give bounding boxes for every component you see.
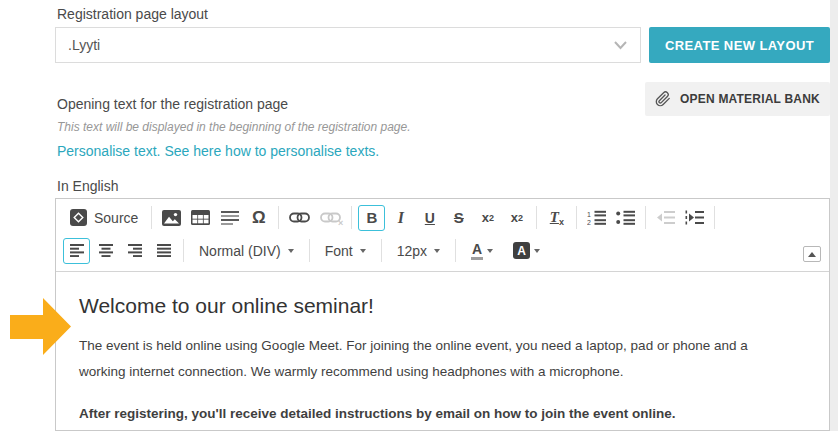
table-icon xyxy=(191,210,210,225)
bullet-list-icon xyxy=(616,210,635,226)
editor-content-area[interactable]: Welcome to our online seminar! The event… xyxy=(56,272,829,424)
font-size-dropdown[interactable]: 12px xyxy=(388,238,449,264)
outdent-icon xyxy=(656,210,675,225)
special-char-button[interactable]: Ω xyxy=(245,205,272,231)
layout-select-value: .Lyyti xyxy=(68,37,100,53)
link-icon xyxy=(289,212,310,223)
chevron-down-icon xyxy=(487,249,493,253)
underline-button[interactable]: U xyxy=(416,205,443,231)
image-button[interactable] xyxy=(158,205,185,231)
svg-text:2: 2 xyxy=(587,219,591,226)
layout-select[interactable]: .Lyyti xyxy=(55,27,641,63)
horizontal-rule-icon xyxy=(221,210,239,226)
align-left-button[interactable] xyxy=(63,238,90,264)
toolbar-row-2: Normal (DIV) Font 12px A A xyxy=(62,234,823,267)
opening-text-title: Opening text for the registration page xyxy=(57,96,288,112)
numbered-list-icon: 12 xyxy=(587,210,606,226)
align-right-icon xyxy=(128,244,142,257)
background-color-dropdown[interactable]: A xyxy=(504,238,549,264)
toolbar-row-1: Source Ω xyxy=(62,201,823,234)
chevron-down-icon xyxy=(360,249,366,253)
chevron-down-icon xyxy=(613,40,628,50)
remove-format-button[interactable]: Tx xyxy=(543,205,570,231)
justify-icon xyxy=(157,244,171,257)
link-button[interactable] xyxy=(285,205,314,231)
align-right-button[interactable] xyxy=(121,238,148,264)
rich-text-editor: Source Ω xyxy=(55,198,830,431)
layout-section-label: Registration page layout xyxy=(57,6,208,22)
unlink-button[interactable]: × xyxy=(316,205,345,231)
create-new-layout-button[interactable]: CREATE NEW LAYOUT xyxy=(649,27,830,63)
font-dropdown[interactable]: Font xyxy=(316,238,375,264)
page-right-gutter xyxy=(830,0,838,431)
superscript-button[interactable]: x2 xyxy=(503,205,530,231)
chevron-down-icon xyxy=(288,249,294,253)
subscript-button[interactable]: x2 xyxy=(474,205,501,231)
chevron-down-icon xyxy=(534,249,540,253)
collapse-toolbar-button[interactable] xyxy=(803,246,821,262)
editor-toolbar: Source Ω xyxy=(56,199,829,272)
bold-button[interactable]: B xyxy=(358,205,385,231)
italic-button[interactable]: I xyxy=(387,205,414,231)
indent-icon xyxy=(685,210,704,225)
horizontal-rule-button[interactable] xyxy=(216,205,243,231)
source-button[interactable]: Source xyxy=(63,205,145,231)
opening-text-description: This text will be displayed in the begin… xyxy=(57,120,411,134)
numbered-list-button[interactable]: 12 xyxy=(583,205,610,231)
collapse-toolbar-icon xyxy=(808,252,816,257)
text-color-icon: A xyxy=(471,242,483,260)
source-icon xyxy=(70,209,87,226)
language-label: In English xyxy=(57,178,118,194)
chevron-down-icon xyxy=(434,249,440,253)
paragraph-format-dropdown[interactable]: Normal (DIV) xyxy=(190,238,303,264)
personalise-text-link[interactable]: Personalise text. See here how to person… xyxy=(57,143,379,159)
align-center-button[interactable] xyxy=(92,238,119,264)
source-label: Source xyxy=(94,210,138,226)
open-material-bank-button[interactable]: OPEN MATERIAL BANK xyxy=(645,82,830,116)
editor-bold-paragraph: After registering, you'll receive detail… xyxy=(79,404,771,424)
align-center-icon xyxy=(99,244,113,257)
indent-button[interactable] xyxy=(681,205,708,231)
annotation-arrow-icon xyxy=(10,297,72,357)
editor-paragraph: The event is held online using Google Me… xyxy=(79,333,771,385)
material-bank-label: OPEN MATERIAL BANK xyxy=(680,92,820,106)
bullet-list-button[interactable] xyxy=(612,205,639,231)
table-button[interactable] xyxy=(187,205,214,231)
editor-heading: Welcome to our online seminar! xyxy=(79,294,771,318)
image-icon xyxy=(162,210,181,226)
svg-text:1: 1 xyxy=(587,210,591,217)
justify-button[interactable] xyxy=(150,238,177,264)
background-color-icon: A xyxy=(513,242,530,259)
outdent-button[interactable] xyxy=(652,205,679,231)
text-color-dropdown[interactable]: A xyxy=(462,238,502,264)
paperclip-icon xyxy=(655,91,671,107)
align-left-icon xyxy=(70,244,84,257)
unlink-icon: × xyxy=(320,212,341,223)
strikethrough-button[interactable]: S xyxy=(445,205,472,231)
